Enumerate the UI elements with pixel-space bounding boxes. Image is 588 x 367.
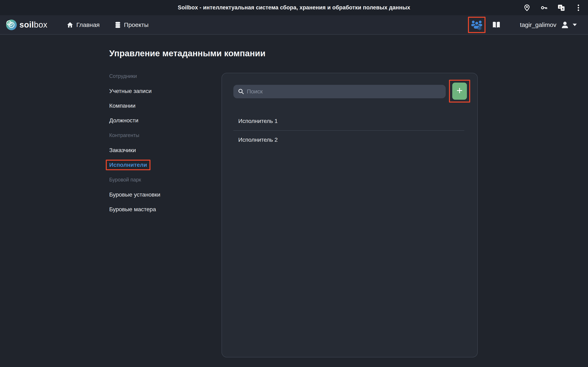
- users-admin-annotation: [468, 17, 485, 33]
- nav-item-label: Главная: [76, 21, 100, 28]
- sidebar-item-drilling-masters[interactable]: Буровые мастера: [109, 206, 197, 212]
- topbar-icons: G X: [523, 0, 582, 15]
- sidebar-item-accounts[interactable]: Учетные записи: [109, 88, 197, 94]
- system-topbar: Soilbox - интеллектуальная система сбора…: [0, 0, 588, 15]
- username[interactable]: tagir_galimov: [520, 21, 556, 28]
- nav-item-projects[interactable]: Проекты: [115, 21, 148, 28]
- svg-text:X: X: [562, 7, 564, 10]
- database-icon: [115, 22, 121, 28]
- sidebar-item-companies[interactable]: Компании: [109, 103, 197, 109]
- overflow-menu-icon[interactable]: [575, 4, 582, 11]
- metadata-sidebar: Сотрудники Учетные записи Компании Должн…: [109, 73, 197, 221]
- sidebar-section-counterparties: Контрагенты Заказчики Исполнители: [109, 132, 197, 168]
- docs-book-icon[interactable]: [492, 21, 501, 29]
- contractors-panel: + Исполнитель 1 Исполнитель 2: [222, 73, 478, 358]
- brand-wordmark: soilbox: [19, 20, 47, 29]
- location-icon[interactable]: [523, 4, 530, 11]
- user-avatar-icon[interactable]: [561, 21, 569, 29]
- sidebar-item-customers[interactable]: Заказчики: [109, 147, 197, 153]
- navbar: soilbox Главная Проекты: [0, 15, 588, 35]
- key-icon[interactable]: [541, 4, 548, 11]
- nav-item-home[interactable]: Главная: [67, 21, 100, 28]
- chevron-down-icon[interactable]: [573, 24, 577, 26]
- search-input[interactable]: [233, 85, 446, 98]
- sidebar-item-contractors-annotation[interactable]: Исполнители: [106, 160, 150, 170]
- translate-icon[interactable]: G X: [558, 4, 565, 11]
- sidebar-section-drilling-park: Буровой парк Буровые установки Буровые м…: [109, 176, 197, 212]
- sidebar-item-contractors[interactable]: Исполнители: [109, 162, 197, 168]
- list-item-contractor-2[interactable]: Исполнитель 2: [233, 130, 464, 149]
- nav-menu: Главная Проекты: [67, 21, 149, 28]
- brand-logo-link[interactable]: soilbox: [6, 20, 47, 30]
- navbar-right: tagir_galimov: [468, 17, 577, 33]
- contractors-list: Исполнитель 1 Исполнитель 2: [233, 112, 464, 149]
- list-item-contractor-1[interactable]: Исполнитель 1: [233, 112, 464, 130]
- nav-item-label: Проекты: [124, 21, 148, 28]
- page-title: Управление метаданными компании: [109, 49, 265, 58]
- sidebar-item-drilling-rigs[interactable]: Буровые установки: [109, 192, 197, 198]
- soilbox-logo-icon: [6, 20, 17, 30]
- system-title: Soilbox - интеллектуальная система сбора…: [0, 0, 588, 15]
- sidebar-section-label: Контрагенты: [109, 132, 197, 138]
- sidebar-section-label: Буровой парк: [109, 176, 197, 183]
- sidebar-item-positions[interactable]: Должности: [109, 117, 197, 124]
- sidebar-section-label: Сотрудники: [109, 73, 197, 79]
- users-gear-icon[interactable]: [471, 20, 483, 30]
- home-icon: [67, 22, 73, 28]
- add-button-annotation: +: [449, 80, 470, 103]
- sidebar-section-employees: Сотрудники Учетные записи Компании Должн…: [109, 73, 197, 124]
- add-contractor-button[interactable]: +: [452, 83, 467, 100]
